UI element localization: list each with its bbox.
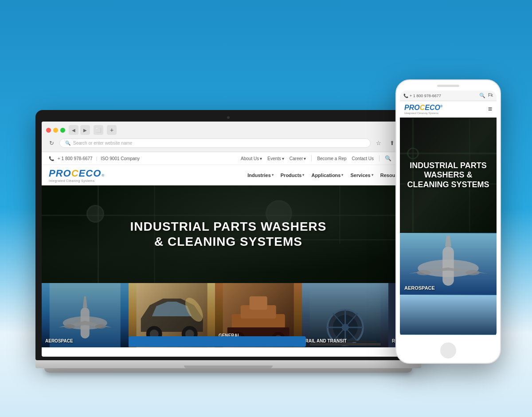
browser-nav: ◀ ▶: [69, 125, 90, 135]
laptop-base: [35, 360, 421, 368]
hamburger-menu-icon[interactable]: ≡: [488, 105, 492, 113]
scene-container: ◀ ▶ ⬜ + ↻ 🔍: [22, 18, 510, 399]
iso-label: ISO 9001 Company: [101, 156, 140, 161]
hero-title: INDUSTRIAL PARTS WASHERS & CLEANING SYST…: [130, 219, 327, 249]
address-bar[interactable]: 🔍 Search or enter website name: [59, 138, 371, 148]
nav-services[interactable]: Services ▾: [350, 173, 373, 178]
hero-section: INDUSTRIAL PARTS WASHERS & CLEANING SYST…: [42, 185, 415, 283]
website-topbar: 📞 + 1 800 978-6677 | ISO 9001 Company Ab…: [42, 152, 415, 165]
mobile-logo-area: PROCECO® Integrated Cleaning Systems: [404, 104, 442, 114]
website-content: 📞 + 1 800 978-6677 | ISO 9001 Company Ab…: [42, 152, 415, 347]
mobile-home-button[interactable]: [440, 342, 456, 358]
laptop-device: ◀ ▶ ⬜ + ↻ 🔍: [35, 110, 421, 373]
back-button[interactable]: ◀: [69, 125, 78, 135]
products-chevron-icon: ▾: [302, 173, 304, 177]
laptop-foot: [44, 368, 412, 373]
svg-rect-48: [400, 295, 497, 334]
mobile-speaker: [437, 85, 459, 87]
mobile-industry-card-second[interactable]: [400, 295, 497, 335]
topbar-nav: About Us ▾ Events ▾ Career ▾: [241, 154, 408, 163]
laptop-screen: ◀ ▶ ⬜ + ↻ 🔍: [42, 122, 415, 357]
mobile-search-icon[interactable]: 🔍: [479, 93, 485, 98]
traffic-lights: [46, 128, 65, 133]
mobile-hero-title: INDUSTRIAL PARTS WASHERS & CLEANING SYST…: [403, 157, 493, 194]
nav-products[interactable]: Products ▾: [281, 173, 305, 178]
become-rep-link[interactable]: Become a Rep: [317, 156, 346, 161]
hero-content: INDUSTRIAL PARTS WASHERS & CLEANING SYST…: [42, 185, 415, 283]
mobile-browser-buttons: 🔍 Fk: [479, 93, 493, 98]
industry-card-rail[interactable]: RAIL AND TRANSIT: [302, 283, 389, 347]
mobile-bookmark-icon[interactable]: Fk: [488, 93, 493, 98]
mobile-logo: PROCECO®: [404, 104, 442, 112]
industries-chevron-icon: ▾: [272, 173, 274, 177]
mobile-aerospace-label: AEROSPACE: [404, 285, 435, 291]
rail-label: RAIL AND TRANSIT: [305, 338, 385, 344]
laptop-camera: [227, 116, 230, 119]
mobile-top-nav: PROCECO® Integrated Cleaning Systems ≡: [400, 101, 497, 118]
logo-brand: PROCECO: [49, 168, 101, 179]
main-navigation: Industries ▾ Products ▾ Applications ▾: [247, 173, 408, 178]
services-chevron-icon: ▾: [372, 173, 373, 177]
mobile-phone-number: 📞 + 1 800 978-6677: [403, 94, 441, 98]
address-text: Search or enter website name: [73, 141, 132, 146]
star-button[interactable]: ☆: [373, 138, 384, 148]
new-tab-button[interactable]: +: [107, 125, 117, 135]
about-chevron-icon: ▾: [260, 156, 262, 161]
contact-us-link[interactable]: Contact Us: [352, 156, 374, 161]
events-link[interactable]: Events ▾: [267, 156, 284, 161]
browser-chrome: ◀ ▶ ⬜ + ↻ 🔍: [42, 122, 415, 152]
events-chevron-icon: ▾: [282, 156, 284, 161]
forward-button[interactable]: ▶: [80, 125, 90, 135]
logo-subtitle: Integrated Cleaning Systems: [49, 179, 104, 182]
close-button[interactable]: [46, 128, 51, 133]
mobile-browser-chrome: 📞 + 1 800 978-6677 🔍 Fk: [400, 90, 497, 101]
cta-button[interactable]: [129, 336, 306, 347]
about-us-link[interactable]: About Us ▾: [241, 156, 262, 161]
phone-number: + 1 800 978-6677: [58, 156, 93, 161]
minimize-button[interactable]: [53, 128, 58, 133]
nav-applications[interactable]: Applications ▾: [311, 173, 343, 178]
sidebar-button[interactable]: ⬜: [94, 125, 103, 135]
career-chevron-icon: ▾: [304, 156, 306, 161]
logo-area: PROCECO ® Integrated Cleaning Systems: [49, 168, 104, 182]
mobile-logo-subtitle: Integrated Cleaning Systems: [404, 112, 442, 114]
phone-icon: 📞: [49, 156, 54, 161]
industry-card-aerospace[interactable]: AEROSPACE: [42, 283, 129, 347]
aerospace-label: AEROSPACE: [45, 338, 125, 344]
applications-chevron-icon: ▾: [341, 173, 343, 177]
website-main-nav: PROCECO ® Integrated Cleaning Systems In…: [42, 165, 415, 185]
career-link[interactable]: Career ▾: [289, 156, 306, 161]
maximize-button[interactable]: [60, 128, 65, 133]
search-icon[interactable]: 🔍: [385, 155, 391, 161]
refresh-button[interactable]: ↻: [46, 138, 57, 148]
nav-industries[interactable]: Industries ▾: [247, 173, 274, 178]
